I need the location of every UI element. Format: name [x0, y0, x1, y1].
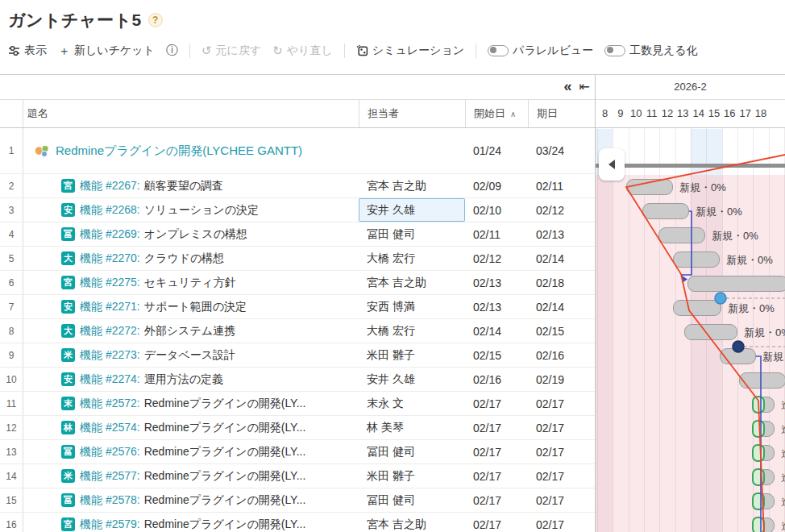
start-date-cell[interactable]: 02/11 [465, 222, 528, 246]
display-options-button[interactable]: 表示 [8, 44, 47, 58]
ticket-link[interactable]: 機能 #2275: [80, 276, 140, 290]
ticket-link[interactable]: Redmineプラグインの開発(LYCHEE GANTT) [56, 143, 302, 159]
assignee-cell[interactable]: 冨田 健司 [359, 440, 465, 463]
gantt-task-bar[interactable] [684, 324, 737, 340]
gantt-task-bar[interactable] [720, 348, 756, 364]
gantt-task-bar[interactable] [642, 203, 689, 219]
assignee-cell[interactable] [359, 128, 465, 173]
start-date-cell[interactable]: 02/15 [465, 343, 528, 367]
start-date-cell[interactable]: 02/17 [465, 488, 528, 512]
assignee-cell[interactable]: 冨田 健司 [359, 488, 465, 512]
info-icon[interactable]: ⓘ [166, 43, 178, 58]
assignee-cell[interactable]: 米田 雛子 [359, 343, 465, 367]
start-date-cell[interactable]: 02/16 [465, 368, 528, 391]
assignee-cell[interactable]: 林 美琴 [359, 416, 465, 439]
start-date-cell[interactable]: 02/17 [465, 392, 528, 415]
assignee-cell[interactable]: 冨田 健司 [359, 222, 465, 246]
ticket-link[interactable]: 機能 #2269: [80, 227, 140, 242]
gantt-task-bar[interactable] [687, 276, 785, 292]
start-date-cell[interactable]: 02/12 [465, 247, 528, 270]
undo-button[interactable]: ↺ 元に戻す [201, 44, 261, 58]
assignee-cell[interactable]: 宮本 吉之助 [359, 513, 465, 532]
start-date-cell[interactable]: 02/10 [465, 198, 528, 222]
new-ticket-button[interactable]: ＋ 新しいチケット [58, 44, 155, 58]
scroll-to-bar-start-button[interactable] [599, 148, 625, 181]
ticket-link[interactable]: 機能 #2572: [80, 397, 140, 411]
subject-header[interactable]: 題名 [23, 100, 359, 127]
due-date-cell[interactable]: 02/11 [528, 174, 595, 197]
due-date-cell[interactable]: 03/24 [528, 128, 595, 173]
simulation-button[interactable]: シミュレーション [356, 44, 464, 58]
gantt-task-bar[interactable] [626, 179, 673, 195]
assignee-cell[interactable]: 安西 博満 [359, 295, 465, 318]
assignee-cell[interactable]: 大橋 宏行 [359, 319, 465, 343]
due-date-header[interactable]: 期日 [528, 100, 595, 127]
due-date-cell[interactable]: 02/15 [528, 319, 595, 343]
due-date-cell[interactable]: 02/14 [528, 295, 595, 318]
ticket-link[interactable]: 機能 #2576: [80, 445, 140, 459]
ticket-link[interactable]: 機能 #2272: [80, 324, 140, 339]
start-date-cell[interactable]: 02/13 [465, 295, 528, 318]
subject-cell[interactable]: 冨 機能 #2578: Redmineプラグインの開発(LY... [23, 488, 359, 512]
ticket-link[interactable]: 機能 #2273: [80, 348, 140, 363]
subject-cell[interactable]: 安 機能 #2271: サポート範囲の決定 [23, 295, 359, 318]
start-date-cell[interactable]: 02/17 [465, 464, 528, 488]
assignee-cell[interactable]: 宮本 吉之助 [359, 174, 465, 197]
help-icon[interactable]: ? [148, 13, 163, 27]
ticket-link[interactable]: 機能 #2274: [80, 372, 140, 387]
ticket-link[interactable]: 機能 #2268: [80, 203, 140, 218]
subject-cell[interactable]: 米 機能 #2273: データベース設計 [23, 343, 359, 367]
redo-button[interactable]: ↻ やり直し [272, 44, 333, 58]
assignee-cell[interactable]: 大橋 宏行 [359, 247, 465, 270]
assignee-cell[interactable]: 安井 久雄 [359, 198, 465, 222]
assignee-header[interactable]: 担当者 [359, 100, 465, 127]
ticket-link[interactable]: 機能 #2578: [80, 493, 140, 508]
ticket-link[interactable]: 機能 #2577: [80, 469, 140, 484]
gantt-actual-bar[interactable] [752, 396, 765, 414]
start-date-cell[interactable]: 02/09 [465, 174, 528, 197]
start-date-cell[interactable]: 02/17 [465, 513, 528, 532]
parallel-view-toggle[interactable]: パラレルビュー [488, 44, 593, 58]
gantt-actual-bar[interactable] [752, 420, 765, 438]
start-date-cell[interactable]: 02/17 [465, 416, 528, 439]
start-date-cell[interactable]: 02/13 [465, 271, 528, 294]
gantt-task-bar[interactable] [673, 251, 720, 268]
subject-cell[interactable]: 冨 機能 #2269: オンプレミスの構想 [23, 222, 359, 246]
subject-cell[interactable]: 末 機能 #2572: Redmineプラグインの開発(LY... [23, 392, 359, 415]
due-date-cell[interactable]: 02/19 [528, 368, 595, 391]
subject-cell[interactable]: 安 機能 #2274: 運用方法の定義 [23, 368, 359, 391]
due-date-cell[interactable]: 02/17 [528, 392, 595, 415]
ticket-link[interactable]: 機能 #2579: [80, 517, 140, 532]
ticket-link[interactable]: 機能 #2267: [80, 179, 140, 193]
assignee-cell[interactable]: 宮本 吉之助 [359, 271, 465, 294]
due-date-cell[interactable]: 02/16 [528, 343, 595, 367]
effort-visualization-toggle[interactable]: 工数見える化 [604, 44, 698, 58]
start-date-cell[interactable]: 01/24 [465, 128, 528, 173]
due-date-cell[interactable]: 02/17 [528, 513, 595, 532]
gantt-actual-bar[interactable] [752, 493, 765, 510]
subject-cell[interactable]: 安 機能 #2268: ソリューションの決定 [23, 198, 359, 222]
due-date-cell[interactable]: 02/12 [528, 198, 595, 222]
gantt-actual-bar[interactable] [752, 517, 765, 532]
subject-cell[interactable]: 宮 機能 #2267: 顧客要望の調査 [23, 174, 359, 197]
due-date-cell[interactable]: 02/18 [528, 271, 595, 294]
subject-cell[interactable]: 米 機能 #2577: Redmineプラグインの開発(LY... [23, 464, 359, 488]
collapse-all-columns-icon[interactable]: « [564, 78, 572, 95]
collapse-pane-left-icon[interactable]: ⇤ [579, 79, 590, 94]
due-date-cell[interactable]: 02/17 [528, 440, 595, 463]
due-date-cell[interactable]: 02/17 [528, 416, 595, 439]
ticket-link[interactable]: 機能 #2270: [80, 251, 140, 266]
gantt-task-bar[interactable] [673, 300, 721, 316]
subject-cell[interactable]: 宮 機能 #2275: セキュリティ方針 [23, 271, 359, 294]
due-date-cell[interactable]: 02/17 [528, 488, 595, 512]
due-date-cell[interactable]: 02/14 [528, 247, 595, 270]
subject-cell[interactable]: Redmineプラグインの開発(LYCHEE GANTT) [23, 128, 359, 173]
subject-cell[interactable]: 宮 機能 #2579: Redmineプラグインの開発(LY... [23, 513, 359, 532]
assignee-cell[interactable]: 米田 雛子 [359, 464, 465, 488]
gantt-actual-bar[interactable] [752, 468, 765, 486]
subject-cell[interactable]: 林 機能 #2574: Redmineプラグインの開発(LY... [23, 416, 359, 439]
due-date-cell[interactable]: 02/17 [528, 464, 595, 488]
gantt-task-bar[interactable] [739, 372, 785, 389]
gantt-task-bar[interactable] [658, 227, 705, 243]
start-date-header[interactable]: 開始日 ∧ [465, 100, 528, 127]
